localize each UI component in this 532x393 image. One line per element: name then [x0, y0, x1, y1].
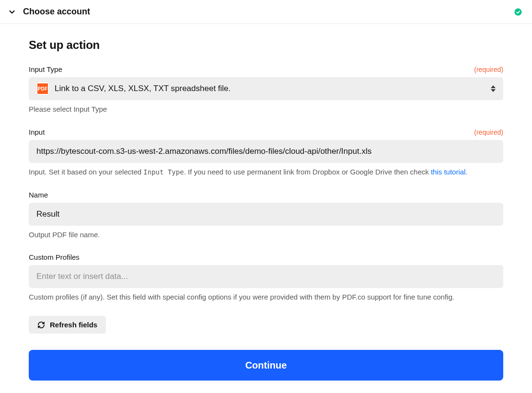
section-header-title: Choose account	[23, 7, 507, 17]
name-field-wrapper	[29, 203, 503, 226]
input-type-value: Link to a CSV, XLS, XLSX, TXT spreadshee…	[55, 84, 482, 93]
input-type-select[interactable]: PDF Link to a CSV, XLS, XLSX, TXT spread…	[29, 77, 503, 100]
tutorial-link[interactable]: this tutorial	[431, 168, 466, 176]
field-custom-profiles: Custom Profiles Custom profiles (if any)…	[29, 253, 503, 302]
field-hint: Please select Input Type	[29, 104, 503, 115]
input-url-field[interactable]	[36, 147, 496, 156]
field-hint: Output PDF file name.	[29, 230, 503, 240]
field-input: Input (required) Input. Set it based on …	[29, 128, 503, 177]
continue-label: Continue	[245, 360, 287, 370]
field-label: Custom Profiles	[29, 253, 80, 261]
required-marker: (required)	[474, 128, 503, 136]
name-field[interactable]	[36, 209, 496, 219]
input-url-field-wrapper	[29, 140, 503, 163]
field-hint: Input. Set it based on your selected Inp…	[29, 167, 503, 177]
pdf-app-icon: PDF	[36, 82, 49, 95]
refresh-icon	[37, 321, 45, 329]
section-heading: Set up action	[29, 38, 503, 52]
continue-button[interactable]: Continue	[29, 350, 503, 381]
svg-point-0	[515, 8, 522, 15]
field-hint: Custom profiles (if any). Set this field…	[29, 292, 503, 302]
field-label: Input	[29, 128, 45, 136]
refresh-fields-label: Refresh fields	[50, 321, 97, 329]
custom-profiles-field[interactable]	[36, 272, 496, 281]
refresh-fields-button[interactable]: Refresh fields	[29, 316, 106, 334]
choose-account-header[interactable]: Choose account	[0, 0, 532, 24]
custom-profiles-field-wrapper	[29, 265, 503, 288]
field-label: Name	[29, 191, 48, 199]
field-name: Name Output PDF file name.	[29, 191, 503, 240]
chevron-down-icon	[8, 8, 16, 16]
check-circle-icon	[514, 8, 522, 16]
sort-icon	[490, 84, 497, 93]
required-marker: (required)	[474, 66, 503, 73]
setup-action-section: Set up action Input Type (required) PDF …	[0, 24, 532, 393]
field-input-type: Input Type (required) PDF Link to a CSV,…	[29, 65, 503, 115]
field-label: Input Type	[29, 65, 62, 73]
